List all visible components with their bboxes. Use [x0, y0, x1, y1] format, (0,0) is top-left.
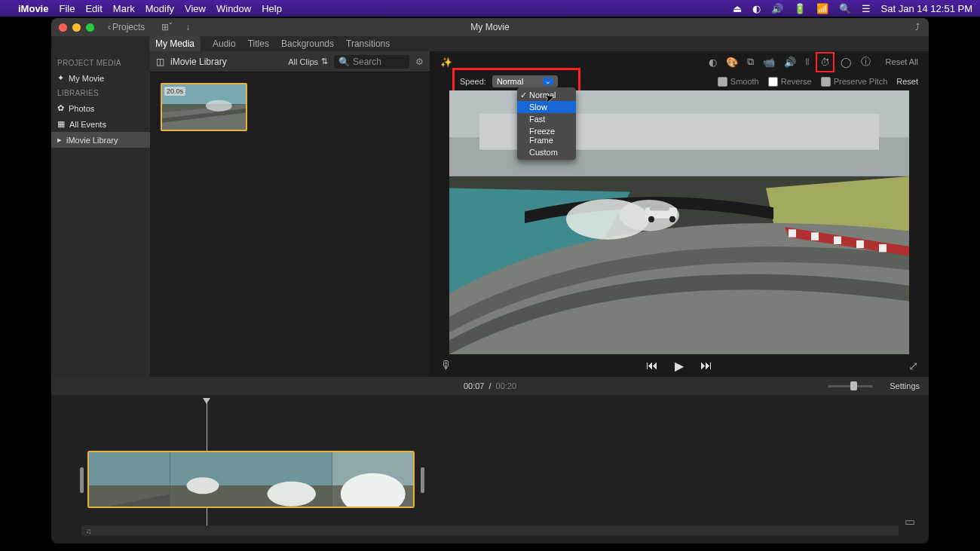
menu-mark[interactable]: Mark — [113, 3, 135, 14]
sidebar-photos[interactable]: ✿ Photos — [51, 100, 150, 116]
color-correction-icon[interactable]: 🎨 — [726, 57, 738, 68]
sidebar-toggle-icon[interactable]: ◫ — [156, 57, 164, 67]
search-placeholder: Search — [353, 57, 381, 67]
speed-option-normal[interactable]: Normal — [517, 89, 576, 101]
titlebar-tools: ⊞ˇ ↓ — [161, 22, 190, 32]
tab-titles[interactable]: Titles — [248, 38, 269, 49]
speed-dropdown-menu: Normal Slow Fast Freeze Frame Custom — [517, 87, 576, 160]
timeline-clip[interactable] — [87, 451, 415, 508]
speed-option-slow[interactable]: Slow — [517, 101, 576, 113]
sidebar-all-events[interactable]: ▦ All Events — [51, 116, 150, 132]
transport-controls: 🎙 ⏮ ▶ ⏭ ⤢ — [430, 354, 929, 377]
sidebar-photos-label: Photos — [69, 104, 94, 113]
next-frame-icon[interactable]: ⏭ — [700, 359, 712, 372]
sidebar-imovie-label: iMovie Library — [66, 136, 118, 145]
speed-selected-value: Normal — [497, 77, 523, 86]
tab-backgrounds[interactable]: Backgrounds — [281, 38, 334, 49]
noise-eq-icon[interactable]: ⫴ — [805, 56, 810, 68]
reset-all-button[interactable]: Reset All — [886, 57, 918, 66]
music-track[interactable]: ♫ — [81, 525, 899, 536]
timeline-zoom-slider[interactable] — [828, 385, 873, 387]
clip-handle-right[interactable] — [421, 467, 424, 493]
menu-file[interactable]: File — [59, 3, 75, 14]
microphone-icon[interactable]: 🎙 — [440, 359, 452, 372]
share-icon[interactable]: ⤴ — [915, 22, 920, 32]
time-display-row: 00:07 / 00:20 Settings — [51, 377, 929, 395]
browser-title: iMovie Library — [170, 57, 227, 67]
menu-window[interactable]: Window — [216, 3, 251, 14]
sidebar-project-label: My Movie — [69, 74, 104, 83]
search-field[interactable]: 🔍 Search — [334, 55, 409, 69]
clip-duration-badge: 20.0s — [164, 87, 185, 96]
minimize-button[interactable] — [72, 23, 81, 32]
download-icon[interactable]: ↓ — [185, 22, 190, 32]
preserve-pitch-checkbox[interactable]: Preserve Pitch — [821, 77, 888, 87]
svg-rect-8 — [834, 237, 841, 244]
gear-icon[interactable]: ⚙ — [415, 57, 424, 67]
menu-view[interactable]: View — [185, 3, 206, 14]
timeline[interactable]: ♫ ▭ — [51, 395, 929, 543]
sidebar-all-events-label: All Events — [69, 120, 106, 129]
fullscreen-icon[interactable]: ⤢ — [908, 359, 918, 373]
clip-filmstrip — [89, 452, 413, 508]
menu-modify[interactable]: Modify — [145, 3, 174, 14]
spotlight-icon[interactable]: 🔍 — [839, 3, 851, 14]
tab-audio[interactable]: Audio — [213, 38, 236, 49]
app-name[interactable]: iMovie — [18, 3, 48, 14]
vr-icon[interactable]: ▭ — [905, 515, 915, 528]
zoom-track — [828, 385, 873, 387]
total-duration: 00:20 — [496, 381, 517, 390]
stabilization-icon[interactable]: 📹 — [763, 57, 775, 68]
sidebar-imovie-library[interactable]: ▸ iMovie Library — [51, 132, 150, 148]
globe-icon[interactable]: ◐ — [752, 3, 761, 14]
speed-select[interactable]: Normal ⌄ — [492, 75, 558, 87]
sidebar-project-item[interactable]: ✦ My Movie — [51, 70, 150, 86]
search-icon: 🔍 — [338, 57, 350, 67]
control-center-icon[interactable]: ☰ — [862, 3, 871, 14]
sidebar: PROJECT MEDIA ✦ My Movie LIBRARIES ✿ Pho… — [51, 51, 150, 377]
menu-edit[interactable]: Edit — [85, 3, 102, 14]
clip-filter-icon[interactable]: ◯ — [841, 57, 852, 68]
color-balance-icon[interactable]: ◐ — [709, 57, 717, 68]
speed-option-custom[interactable]: Custom — [517, 146, 576, 158]
volume-adjust-icon[interactable]: 🔊 — [784, 57, 796, 68]
disclosure-icon: ▸ — [57, 135, 62, 145]
wifi-icon[interactable]: 📶 — [816, 3, 828, 14]
crop-icon[interactable]: ⧉ — [747, 56, 754, 68]
speed-option-fast[interactable]: Fast — [517, 113, 576, 125]
clips-filter[interactable]: All Clips ⇅ — [288, 57, 328, 66]
close-button[interactable] — [59, 23, 67, 32]
menubar-datetime[interactable]: Sat Jan 14 12:51 PM — [881, 3, 972, 14]
svg-rect-7 — [811, 232, 819, 240]
media-browser: ◫ iMovie Library All Clips ⇅ 🔍 Search ⚙ — [150, 51, 430, 377]
magic-wand-icon[interactable]: ✨ — [440, 57, 452, 68]
speed-option-freeze[interactable]: Freeze Frame — [517, 125, 576, 146]
speed-icon[interactable]: ⏱ — [819, 55, 831, 69]
svg-rect-14 — [650, 204, 669, 210]
volume-icon[interactable]: 🔊 — [771, 3, 783, 14]
menu-help[interactable]: Help — [262, 3, 282, 14]
svg-rect-9 — [856, 240, 864, 248]
battery-icon[interactable]: 🔋 — [794, 3, 806, 14]
zoom-button[interactable] — [86, 23, 94, 32]
tab-transitions[interactable]: Transitions — [346, 38, 390, 49]
import-icon[interactable]: ⊞ˇ — [161, 22, 172, 32]
clip-thumbnail[interactable]: 20.0s — [161, 83, 247, 131]
eject-icon[interactable]: ⏏ — [733, 3, 742, 14]
tab-my-media[interactable]: My Media — [149, 36, 201, 51]
speed-control-row: Speed: Normal ⌄ Normal Slow Fast Freeze … — [430, 72, 929, 90]
zoom-knob[interactable] — [850, 381, 857, 390]
smooth-checkbox[interactable]: Smooth — [718, 77, 759, 87]
prev-frame-icon[interactable]: ⏮ — [646, 359, 658, 372]
clip-handle-left[interactable] — [80, 467, 84, 493]
speed-reset-button[interactable]: Reset — [896, 77, 918, 86]
reverse-checkbox[interactable]: Reverse — [768, 77, 812, 87]
info-icon[interactable]: ⓘ — [861, 55, 871, 69]
play-icon[interactable]: ▶ — [675, 359, 684, 373]
svg-point-16 — [669, 216, 675, 222]
updown-icon: ⇅ — [321, 57, 328, 66]
browser-header: ◫ iMovie Library All Clips ⇅ 🔍 Search ⚙ — [150, 51, 430, 72]
calendar-icon: ▦ — [57, 119, 65, 129]
back-to-projects[interactable]: ‹ Projects — [108, 22, 145, 32]
timeline-settings-button[interactable]: Settings — [890, 381, 920, 390]
